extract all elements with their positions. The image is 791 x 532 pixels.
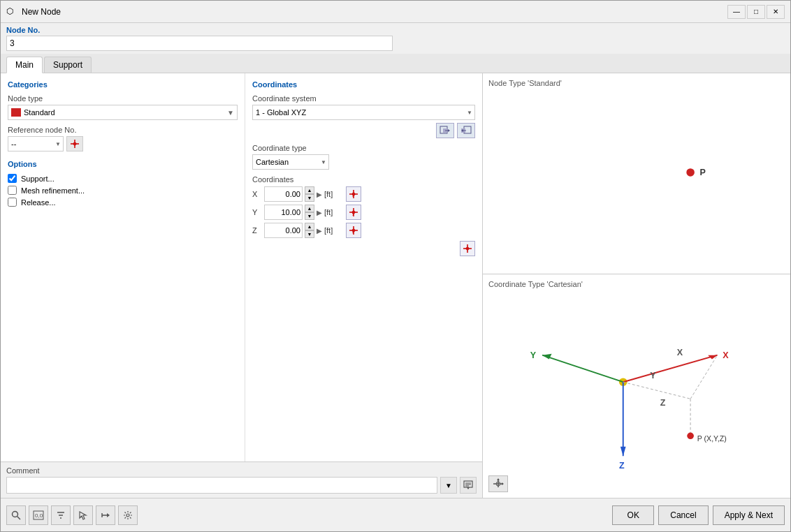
svg-marker-43 xyxy=(80,512,86,519)
extra-button-row xyxy=(252,241,475,256)
p-xyz-label: P (X,Y,Z) xyxy=(697,434,727,443)
node-no-label: Node No. xyxy=(6,26,393,34)
crosshair-icon xyxy=(71,140,79,148)
mesh-refinement-option-row: Mesh refinement... xyxy=(8,186,238,195)
release-option-row: Release... xyxy=(8,198,238,207)
mesh-refinement-label[interactable]: Mesh refinement... xyxy=(21,186,85,195)
tool-settings-button[interactable] xyxy=(118,505,138,525)
node-type-diagram: P xyxy=(488,87,785,258)
minimize-button[interactable]: — xyxy=(727,5,746,19)
coord-icon-btn-1[interactable] xyxy=(436,123,454,138)
x-pick-button[interactable]: x xyxy=(346,186,361,202)
tab-support[interactable]: Support xyxy=(44,57,92,73)
z-step-up-button[interactable]: ▲ xyxy=(305,223,314,230)
comment-icon xyxy=(463,480,473,490)
cancel-button[interactable]: Cancel xyxy=(658,505,708,525)
comment-dropdown-button[interactable]: ▼ xyxy=(440,477,457,494)
options-section: Options Support... Mesh refinement... Re… xyxy=(8,160,238,207)
comment-label: Comment xyxy=(6,466,477,475)
z-unit-label: [ft] xyxy=(324,226,344,235)
support-label[interactable]: Support... xyxy=(21,175,55,183)
cartesian-diagram: X Y Z X Y Z xyxy=(488,291,785,487)
coord-icon-btn-2[interactable] xyxy=(457,123,475,138)
svg-point-47 xyxy=(126,514,129,517)
tab-main[interactable]: Main xyxy=(6,57,43,73)
node-p-label: P xyxy=(700,168,706,177)
support-checkbox[interactable] xyxy=(8,174,17,183)
z-coord-input[interactable] xyxy=(264,223,303,238)
action-buttons: OK Cancel Apply & Next xyxy=(612,505,785,525)
coordinate-ref-icon xyxy=(492,478,505,489)
svg-marker-30 xyxy=(467,487,470,489)
x-unit-label: [ft] xyxy=(324,190,344,198)
y-pick-button[interactable]: y xyxy=(346,205,361,220)
y-axis-label: Y xyxy=(252,208,262,216)
mesh-refinement-checkbox[interactable] xyxy=(8,186,17,195)
z-pick-button[interactable]: z xyxy=(346,223,361,238)
y-step-up-button[interactable]: ▲ xyxy=(305,205,314,212)
node-type-value: Standard xyxy=(24,108,224,117)
z-axis-label: Z xyxy=(252,226,262,235)
coord-type-dropdown[interactable]: Cartesian xyxy=(252,154,329,170)
node-type-label: Node type xyxy=(8,94,238,103)
perspective-line-1 xyxy=(623,382,690,399)
release-label[interactable]: Release... xyxy=(21,198,56,207)
maximize-button[interactable]: □ xyxy=(747,5,765,19)
categories-panel: Categories Node type Standard ▼ Referenc… xyxy=(1,73,245,461)
svg-marker-6 xyxy=(448,129,450,132)
x-stepper: ▲ ▼ xyxy=(305,186,314,202)
tool-select-button[interactable] xyxy=(73,505,93,525)
svg-point-36 xyxy=(13,511,18,517)
tool-arrow-button[interactable] xyxy=(96,505,115,525)
y-arrow-icon[interactable]: ▶ xyxy=(317,209,322,216)
window-icon: ⬡ xyxy=(6,6,17,17)
tool-filter-button[interactable] xyxy=(51,505,71,525)
y-unit-label: [ft] xyxy=(324,208,344,216)
toolbar: 0,0 xyxy=(1,498,790,531)
tool-node-button[interactable]: 0,0 xyxy=(29,505,48,525)
svg-text:z: z xyxy=(352,230,354,234)
x-step-down-button[interactable]: ▼ xyxy=(305,194,314,202)
z-arrow-icon[interactable]: ▶ xyxy=(317,227,322,235)
node-type-color-indicator xyxy=(11,108,21,117)
y-coord-row: Y ▲ ▼ ▶ [ft] y xyxy=(252,205,475,220)
close-button[interactable]: ✕ xyxy=(767,5,785,19)
node-type-arrow-icon: ▼ xyxy=(224,109,237,117)
apply-next-button[interactable]: Apply & Next xyxy=(713,505,785,525)
comment-input[interactable] xyxy=(6,477,437,494)
extra-coord-icon xyxy=(463,244,472,253)
options-title: Options xyxy=(8,160,238,168)
preview-top: Node Type 'Standard' P xyxy=(483,73,790,274)
search-icon xyxy=(11,510,21,520)
categories-title: Categories xyxy=(8,80,238,89)
y-step-down-button[interactable]: ▼ xyxy=(305,212,314,220)
ok-button[interactable]: OK xyxy=(612,505,654,525)
settings-icon xyxy=(123,510,133,520)
z-crosshair-icon: z xyxy=(349,226,358,235)
node-no-input[interactable] xyxy=(6,36,393,51)
z-label-center: Z xyxy=(660,398,666,408)
z-stepper: ▲ ▼ xyxy=(305,223,314,238)
svg-text:0,0: 0,0 xyxy=(35,512,43,519)
node-type-dropdown[interactable]: Standard ▼ xyxy=(8,105,238,120)
x-crosshair-icon: x xyxy=(349,190,358,198)
x-arrow-icon[interactable]: ▶ xyxy=(317,191,322,198)
comment-section: Comment ▼ xyxy=(1,461,482,498)
x-coord-input[interactable] xyxy=(264,186,303,202)
z-step-down-button[interactable]: ▼ xyxy=(305,230,314,238)
release-checkbox[interactable] xyxy=(8,198,17,207)
ref-node-dropdown[interactable]: -- xyxy=(8,136,64,152)
coord-system-dropdown[interactable]: 1 - Global XYZ xyxy=(252,105,475,120)
comment-action-button[interactable] xyxy=(460,477,477,494)
coord-system-dropdown-wrapper: 1 - Global XYZ xyxy=(252,105,475,120)
window-controls: — □ ✕ xyxy=(727,5,785,19)
y-coord-input[interactable] xyxy=(264,205,303,220)
node-point xyxy=(686,168,695,177)
extra-coord-button[interactable] xyxy=(460,241,475,256)
ref-node-pick-button[interactable] xyxy=(66,136,83,152)
preview-bottom-title: Coordinate Type 'Cartesian' xyxy=(488,280,785,288)
x-step-up-button[interactable]: ▲ xyxy=(305,186,314,194)
tool-search-button[interactable] xyxy=(6,505,26,525)
ref-node-label: Reference node No. xyxy=(8,126,238,134)
coord-reference-button[interactable] xyxy=(488,475,508,492)
